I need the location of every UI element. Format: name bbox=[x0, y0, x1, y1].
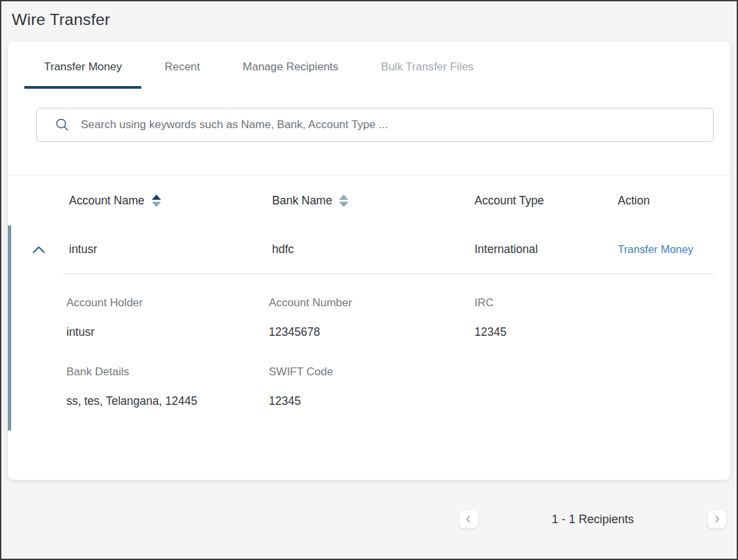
cell-bank-name: hdfc bbox=[272, 243, 474, 256]
detail-account-number: Account Number 12345678 bbox=[269, 296, 474, 339]
sort-down-arrow bbox=[339, 202, 348, 207]
detail-label: SWIFT Code bbox=[269, 365, 474, 379]
detail-account-holder: Account Holder intusr bbox=[66, 296, 269, 339]
detail-swift-code: SWIFT Code 12345 bbox=[269, 365, 474, 408]
transfer-money-link[interactable]: Transfer Money bbox=[618, 243, 693, 255]
detail-value: 12345678 bbox=[269, 325, 474, 339]
next-page-button[interactable] bbox=[708, 510, 726, 528]
chevron-left-icon bbox=[463, 514, 474, 525]
sort-up-arrow bbox=[339, 195, 348, 200]
wire-transfer-card: Transfer Money Recent Manage Recipients … bbox=[8, 41, 730, 480]
detail-value: ss, tes, Telangana, 12445 bbox=[66, 394, 269, 408]
collapse-row-button[interactable] bbox=[8, 244, 69, 256]
previous-page-button[interactable] bbox=[459, 510, 478, 528]
column-header-action: Action bbox=[618, 194, 730, 208]
search-box[interactable] bbox=[36, 108, 714, 142]
page-title: Wire Transfer bbox=[1, 1, 737, 29]
search-input[interactable] bbox=[81, 118, 703, 131]
selected-row-indicator bbox=[8, 225, 11, 431]
search-section bbox=[8, 89, 730, 175]
detail-label: IRC bbox=[474, 296, 714, 310]
tab-recent[interactable]: Recent bbox=[145, 41, 219, 89]
column-header-bank-name[interactable]: Bank Name bbox=[272, 194, 474, 208]
tab-transfer-money[interactable]: Transfer Money bbox=[24, 41, 141, 89]
detail-label: Account Holder bbox=[66, 296, 269, 310]
detail-value: 12345 bbox=[269, 394, 474, 408]
detail-value: intusr bbox=[66, 325, 269, 339]
search-icon bbox=[55, 118, 70, 132]
table-header-row: Account Name Bank Name Account Type Acti… bbox=[8, 175, 730, 225]
chevron-up-icon bbox=[32, 244, 46, 256]
sort-arrows-icon bbox=[152, 195, 161, 207]
recipient-row-group: intusr hdfc International Transfer Money… bbox=[8, 225, 730, 480]
detail-row-1: Account Holder intusr Account Number 123… bbox=[66, 296, 714, 339]
detail-value: 12345 bbox=[474, 325, 714, 339]
cell-account-name: intusr bbox=[69, 243, 272, 256]
tab-bar: Transfer Money Recent Manage Recipients … bbox=[8, 41, 730, 89]
sort-up-arrow bbox=[152, 195, 161, 200]
tab-manage-recipients[interactable]: Manage Recipients bbox=[223, 41, 358, 89]
column-header-account-name[interactable]: Account Name bbox=[69, 194, 272, 208]
table-row[interactable]: intusr hdfc International Transfer Money bbox=[8, 225, 730, 273]
tab-bulk-transfer-files: Bulk Transfer Files bbox=[361, 41, 494, 89]
pagination-range-label: 1 - 1 Recipients bbox=[478, 513, 708, 526]
detail-bank-details: Bank Details ss, tes, Telangana, 12445 bbox=[66, 365, 269, 408]
detail-row-2: Bank Details ss, tes, Telangana, 12445 S… bbox=[66, 365, 714, 408]
detail-irc: IRC 12345 bbox=[474, 296, 714, 339]
cell-account-type: International bbox=[474, 243, 618, 256]
expanded-row-details: Account Holder intusr Account Number 123… bbox=[8, 274, 730, 480]
detail-label: Account Number bbox=[269, 296, 474, 310]
pagination: 1 - 1 Recipients bbox=[459, 510, 726, 528]
sort-arrows-icon bbox=[339, 195, 348, 207]
detail-label: Bank Details bbox=[66, 365, 269, 379]
column-header-account-type: Account Type bbox=[474, 194, 618, 208]
chevron-right-icon bbox=[712, 514, 722, 525]
sort-down-arrow bbox=[152, 202, 161, 207]
